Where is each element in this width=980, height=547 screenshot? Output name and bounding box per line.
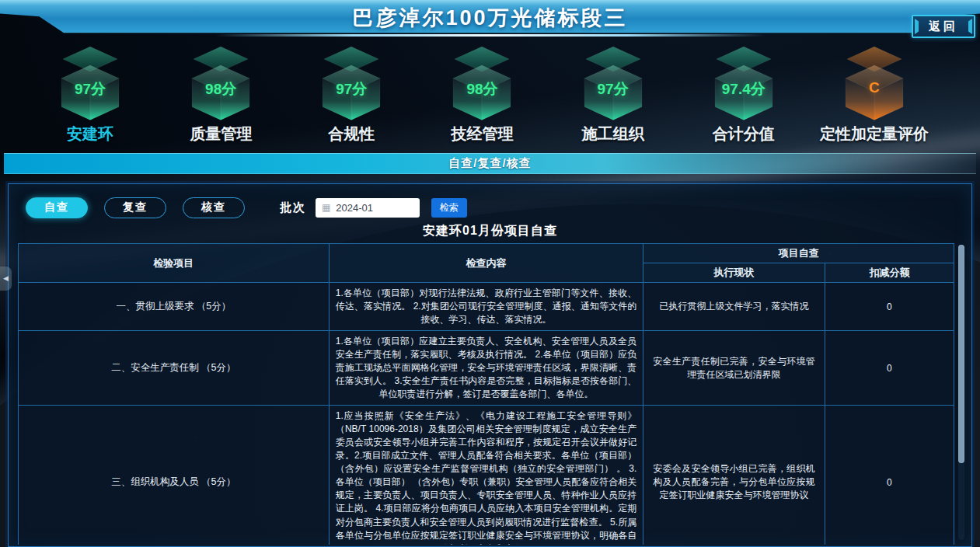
section-title: 自查/复查/核查 [448,156,531,171]
score-label: 合计分值 [713,124,775,145]
score-cube-safety-env: 97分 安建环 [27,47,153,152]
score-value: 97分 [317,79,385,99]
score-value: 97.4分 [710,79,778,99]
score-value: 98分 [448,79,516,99]
cell-check-content: 1.各单位（项目部）对现行法律法规、政府行业主管部门等文件、接收、传达、落实情况… [329,283,643,331]
tab-self-check[interactable]: 自查 [26,197,88,218]
score-label: 质量管理 [190,124,252,145]
score-value: 97分 [579,79,647,99]
table-title: 安建环01月份项目自查 [9,223,971,239]
score-cube-qualitative-grade: C 定性加定量评价 [811,47,937,152]
batch-date-value: 2024-01 [336,202,373,214]
score-label: 定性加定量评价 [820,124,929,145]
score-value: 97分 [56,79,124,99]
score-cube-quality: 98分 质量管理 [158,47,284,152]
table-container: 检验项目 检查内容 项目自查 执行现状 扣减分额 一、贯彻上级要求 （5分） 1… [18,243,954,545]
tab-group: 自查复查核查 [26,197,261,218]
cube-graphic: 98分 [448,47,516,121]
scrollbar-thumb[interactable] [958,245,964,463]
header-group: 项目自查 [643,244,954,263]
header-status: 执行现状 [643,263,825,283]
cube-graphic: 97分 [56,47,124,121]
tab-verify[interactable]: 核查 [183,197,245,218]
score-cubes-row: 97分 安建环 98分 质量管理 97分 合规性 [27,47,937,152]
score-label: 合规性 [328,124,375,145]
cell-deduction: 0 [825,283,954,331]
cube-graphic: 97分 [579,47,647,121]
cell-inspection-item: 一、贯彻上级要求 （5分） [19,283,330,331]
section-bar: 自查/复查/核查 [4,153,976,174]
page-title: 巴彦淖尔100万光储标段三 [0,4,980,32]
score-cube-construction-org: 97分 施工组织 [550,47,676,152]
table-row: 一、贯彻上级要求 （5分） 1.各单位（项目部）对现行法律法规、政府行业主管部门… [19,283,954,331]
cell-execution-status: 安委会及安全领导小组已完善，组织机构及人员配备完善，与分包单位应按规定签订职业健… [643,406,825,545]
batch-date-input[interactable]: ▦ 2024-01 [316,198,420,218]
score-cube-tech-economy: 98分 技经管理 [419,47,545,152]
cube-graphic: 98分 [187,47,255,121]
header-item: 检验项目 [19,244,330,283]
score-cube-total-score: 97.4分 合计分值 [681,47,807,152]
score-cube-compliance: 97分 合规性 [288,47,414,152]
cell-check-content: 1.各单位（项目部）应建立主要负责人、安全机构、安全管理人员及全员安全生产责任制… [329,331,643,406]
calendar-icon: ▦ [322,203,330,212]
collapse-handle[interactable]: ◀ [0,267,12,291]
cell-deduction: 0 [825,406,954,545]
header-glow-line [215,34,764,37]
page-header: 巴彦淖尔100万光储标段三 [0,0,980,37]
score-value: 98分 [187,79,255,99]
inspection-table: 检验项目 检查内容 项目自查 执行现状 扣减分额 一、贯彻上级要求 （5分） 1… [18,243,954,545]
cell-check-content: 1.应当按照新《安全生产法》、《电力建设工程施工安全管理导则》 （NB/T 10… [329,406,643,545]
search-button[interactable]: 检索 [431,198,467,218]
table-row: 三、组织机构及人员 （5分） 1.应当按照新《安全生产法》、《电力建设工程施工安… [19,406,954,545]
cell-execution-status: 已执行贯彻上级文件学习，落实情况 [643,283,825,331]
header-content: 检查内容 [329,244,643,283]
batch-label: 批次 [280,200,306,215]
cell-inspection-item: 二、安全生产责任制 （5分） [19,331,330,406]
header-deduction: 扣减分额 [825,263,954,283]
collapse-arrow-icon: ◀ [3,275,9,282]
toolbar: 自查复查核查 批次 ▦ 2024-01 检索 [26,197,956,218]
cube-graphic: 97.4分 [710,47,778,121]
tab-review[interactable]: 复查 [104,197,166,218]
cube-graphic: C [840,47,909,121]
back-button[interactable]: 返回 [912,15,975,38]
score-label: 技经管理 [451,124,513,145]
score-value: C [840,79,909,96]
cell-execution-status: 安全生产责任制已完善，安全与环境管理责任区域已划清界限 [643,331,825,406]
cell-deduction: 0 [825,331,954,406]
score-label: 安建环 [67,124,113,145]
cube-graphic: 97分 [317,47,385,121]
cell-inspection-item: 三、组织机构及人员 （5分） [19,406,330,545]
main-panel: 自查复查核查 批次 ▦ 2024-01 检索 安建环01月份项目自查 检验项目 … [8,183,972,547]
table-row: 二、安全生产责任制 （5分） 1.各单位（项目部）应建立主要负责人、安全机构、安… [19,331,954,406]
score-label: 施工组织 [582,124,644,145]
table-scrollbar[interactable] [958,245,964,540]
